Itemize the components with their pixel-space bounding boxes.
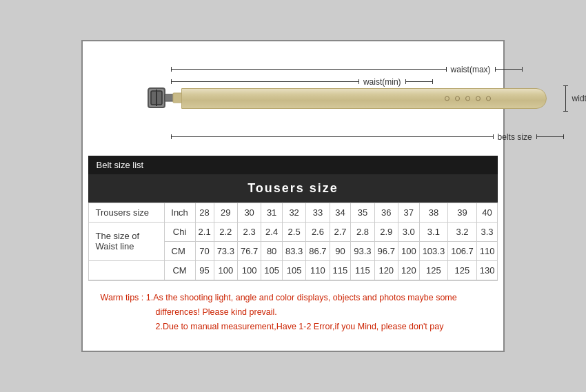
hole-2 — [455, 96, 460, 101]
table-cell: 32 — [282, 203, 305, 222]
table-cell: 125 — [419, 260, 448, 280]
table-cell: 100 — [398, 241, 419, 260]
belts-size-label: belts size — [498, 132, 532, 142]
table-cell: 36 — [374, 203, 398, 222]
table-cell: 29 — [214, 203, 237, 222]
table-cell: 3.2 — [448, 222, 477, 241]
table-cell: 125 — [448, 260, 477, 280]
table-cell: 2.6 — [306, 222, 330, 241]
unit-cm-belt: CM — [164, 260, 195, 280]
table-cell: 2.1 — [195, 222, 214, 241]
table-cell: 2.2 — [214, 222, 237, 241]
trousers-size-label: Trousers size — [88, 203, 164, 222]
table-cell: 90 — [330, 241, 351, 260]
width-indicator: width — [565, 85, 566, 112]
unit-inch: Inch — [164, 203, 195, 222]
table-cell: 3.1 — [419, 222, 448, 241]
table-cell: 106.7 — [448, 241, 477, 260]
hole-3 — [465, 96, 470, 101]
table-cell: 40 — [476, 203, 498, 222]
belt-diagram: waist(max) waist(min) — [88, 47, 498, 156]
table-cell: 93.3 — [351, 241, 374, 260]
belt-holes — [445, 96, 491, 101]
table-cell: 2.4 — [261, 222, 283, 241]
table-cell: 110 — [306, 260, 330, 280]
width-label: width — [572, 94, 586, 103]
empty-label — [88, 260, 164, 280]
table-cell: 105 — [282, 260, 305, 280]
table-cell: 80 — [261, 241, 283, 260]
table-row-cm-belt: CM95100100105105110115115120120125125130 — [88, 260, 498, 280]
belt-image: width — [147, 85, 554, 113]
unit-chi: Chi — [164, 222, 195, 241]
table-cell: 30 — [237, 203, 261, 222]
table-cell: 110 — [476, 241, 498, 260]
waist-max-indicator: waist(max) — [171, 65, 523, 74]
table-cell: 34 — [330, 203, 351, 222]
table-cell: 73.3 — [214, 241, 237, 260]
table-cell: 115 — [330, 260, 351, 280]
trousers-title: Tousers size — [88, 174, 498, 203]
table-cell: 33 — [306, 203, 330, 222]
belt-strap — [181, 88, 547, 109]
hole-5 — [486, 96, 491, 101]
unit-cm: CM — [164, 241, 195, 260]
table-cell: 35 — [351, 203, 374, 222]
table-cell: 120 — [374, 260, 398, 280]
list-header: Belt size list — [88, 156, 498, 174]
table-cell: 38 — [419, 203, 448, 222]
hole-1 — [445, 96, 449, 101]
tips-section: Warm tips : 1.As the shooting light, ang… — [88, 280, 498, 346]
table-cell: 37 — [398, 203, 419, 222]
table-cell: 100 — [237, 260, 261, 280]
table-cell: 2.9 — [374, 222, 398, 241]
size-table: Trousers sizeInch28293031323334353637383… — [88, 203, 498, 280]
table-cell: 31 — [261, 203, 283, 222]
table-row-chi: The size ofWaist lineChi2.12.22.32.42.52… — [88, 222, 498, 241]
table-cell: 105 — [261, 260, 283, 280]
table-cell: 130 — [476, 260, 498, 280]
hole-4 — [476, 96, 481, 101]
table-cell: 2.3 — [237, 222, 261, 241]
table-cell: 103.3 — [419, 241, 448, 260]
waist-max-label: waist(max) — [451, 65, 491, 74]
table-cell: 96.7 — [374, 241, 398, 260]
tips-text: Warm tips : 1.As the shooting light, ang… — [101, 291, 486, 335]
table-cell: 2.8 — [351, 222, 374, 241]
table-cell: 28 — [195, 203, 214, 222]
table-cell: 95 — [195, 260, 214, 280]
table-cell: 70 — [195, 241, 214, 260]
table-cell: 2.7 — [330, 222, 351, 241]
belt-buckle — [147, 85, 185, 112]
table-cell: 76.7 — [237, 241, 261, 260]
table-cell: 100 — [214, 260, 237, 280]
table-cell: 83.3 — [282, 241, 305, 260]
table-row-header: Trousers sizeInch28293031323334353637383… — [88, 203, 498, 222]
outer-container: waist(max) waist(min) — [81, 40, 505, 353]
table-cell: 120 — [398, 260, 419, 280]
table-cell: 86.7 — [306, 241, 330, 260]
belts-size-indicator: belts size — [171, 132, 564, 142]
table-cell: 115 — [351, 260, 374, 280]
table-cell: 3.3 — [476, 222, 498, 241]
waist-size-label: The size ofWaist line — [88, 222, 164, 260]
table-cell: 2.5 — [282, 222, 305, 241]
table-cell: 39 — [448, 203, 477, 222]
table-cell: 3.0 — [398, 222, 419, 241]
